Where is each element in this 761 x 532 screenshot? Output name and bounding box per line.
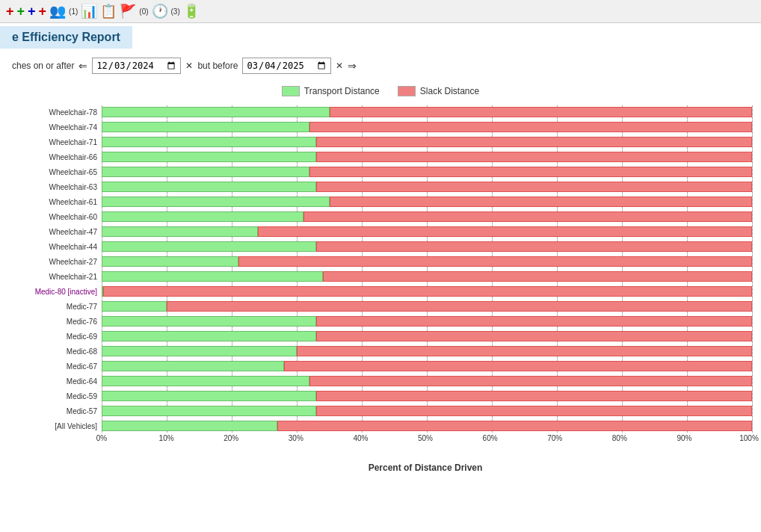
bar-transport [102,376,309,386]
row-label: Medic-76 [12,318,102,326]
chart-row: Wheelchair-47 [102,225,752,238]
bar-transport [102,271,323,282]
bar-transport [102,316,316,327]
date-from-input[interactable] [92,58,181,74]
bar-slack [316,406,752,416]
chart-row: Wheelchair-71 [102,135,752,149]
chart-row: Wheelchair-66 [102,150,752,164]
bar-transport [102,197,330,207]
legend: Transport Distance Slack Distance [0,80,761,99]
bar-track [102,406,752,416]
bar-slack [316,182,752,192]
bar-slack [316,152,752,162]
row-label: Medic-77 [12,303,102,311]
chart-row: Wheelchair-21 [102,270,752,283]
row-label: Wheelchair-47 [12,228,102,236]
filter-conjunction: but before [197,61,238,71]
bar-slack [297,346,752,356]
bar-transport [102,406,316,416]
people-badge: (1) [69,7,78,16]
row-label: Medic-68 [12,347,102,356]
bar-track [102,271,752,282]
row-label: [All Vehicles] [12,422,102,430]
bar-transport [102,301,167,312]
clock-badge: (3) [171,7,180,16]
people-icon[interactable]: 👥 [49,3,66,19]
bar-track [102,346,752,356]
bars-and-grid: Wheelchair-78Wheelchair-74Wheelchair-71W… [102,105,749,449]
bar-transport [102,226,258,237]
grid-line-10 [752,105,753,433]
legend-slack: Slack Distance [398,86,479,96]
chart-row: Wheelchair-65 [102,165,752,179]
bar-track [102,376,752,386]
filter-bar: ches on or after ⇐ ✕ but before ✕ ⇒ [0,52,761,80]
chart-row: Medic-69 [102,330,752,343]
bar-transport [102,107,330,117]
x-tick-last: 100% [739,434,759,442]
x-tick-9: 90% [677,434,691,442]
transport-label: Transport Distance [304,86,380,96]
row-label: Medic-67 [12,362,102,371]
bar-track [102,256,752,267]
bar-slack [309,376,752,386]
x-tick-3: 30% [289,434,304,442]
right-arrow[interactable]: ⇒ [348,60,357,72]
flag-badge: (0) [139,7,148,16]
bar-track [102,137,752,147]
row-label: Wheelchair-66 [12,153,102,161]
bar-track [102,226,752,237]
battery-icon[interactable]: 🔋 [183,3,200,19]
row-label: Wheelchair-63 [12,183,102,191]
x-tick-8: 80% [612,434,627,442]
bar-slack [316,241,752,252]
page-title: e Efficiency Report [0,26,132,49]
chart-row: Medic-68 [102,344,752,358]
x-axis-label: Percent of Distance Driven [12,449,749,476]
slack-swatch [398,86,416,96]
bar-track [102,286,752,297]
row-label: Wheelchair-61 [12,198,102,206]
bar-transport [102,331,316,341]
date-to-input[interactable] [242,58,331,74]
clipboard-icon[interactable]: 📋 [100,3,117,19]
bar-slack [316,137,752,147]
add-icon-3[interactable]: + [28,4,36,19]
date-to-clear[interactable]: ✕ [336,61,343,71]
flag-icon[interactable]: 🚩 [120,3,136,19]
add-icon-4[interactable]: + [39,4,47,19]
chart-row: Wheelchair-78 [102,105,752,119]
x-tick-1: 10% [159,434,174,442]
bar-slack [258,226,752,237]
bar-slack [284,361,752,371]
add-icon-2[interactable]: + [17,4,25,19]
row-label: Medic-57 [12,407,102,415]
add-icon-1[interactable]: + [6,4,14,19]
row-label: Wheelchair-71 [12,138,102,146]
slack-label: Slack Distance [420,86,479,96]
chart-row: Medic-59 [102,389,752,403]
bar-track [102,301,752,312]
bar-slack [277,421,752,431]
bar-transport [102,152,316,162]
bar-track [102,421,752,431]
chart-row: Medic-77 [102,300,752,313]
row-label: Wheelchair-74 [12,123,102,132]
bar-track [102,152,752,162]
bar-transport [102,122,309,132]
row-label: Wheelchair-78 [12,108,102,117]
chart-row: Wheelchair-44 [102,240,752,253]
chart-icon[interactable]: 📊 [81,3,97,19]
bar-track [102,316,752,327]
chart-row: Medic-64 [102,374,752,388]
bar-transport [102,182,316,192]
left-arrow[interactable]: ⇐ [78,60,87,72]
bar-transport [102,361,284,371]
bar-slack [330,197,753,207]
bar-transport [102,211,304,222]
row-label: Wheelchair-44 [12,243,102,251]
bar-slack [103,286,752,297]
row-label: Medic-69 [12,332,102,341]
date-from-clear[interactable]: ✕ [185,61,193,71]
clock-icon[interactable]: 🕐 [152,3,168,19]
